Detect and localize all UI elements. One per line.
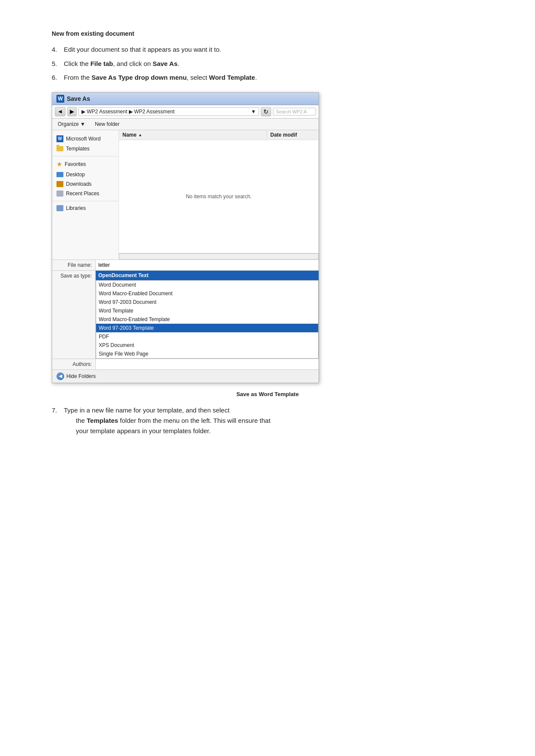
dropdown-option-word-template[interactable]: Word Template — [96, 306, 318, 315]
empty-message: No items match your search. — [186, 194, 252, 200]
dialog-titlebar: W Save As — [52, 93, 319, 105]
left-item-desktop[interactable]: Desktop — [52, 170, 119, 179]
right-panel: Name ▲ Date modif No items match your se… — [119, 130, 319, 259]
step-7-line3: your template appears in your templates … — [76, 427, 211, 434]
save-as-type-row: Save as type: OpenDocument Text Word Doc… — [52, 271, 319, 359]
col-date-label: Date modif — [270, 132, 297, 138]
dropdown-option-word-97-doc[interactable]: Word 97-2003 Document — [96, 298, 318, 306]
dialog-actions: ◀ Hide Folders — [52, 369, 319, 383]
steps-list: 4. Edit your document so that it appears… — [52, 45, 483, 83]
downloads-label: Downloads — [66, 181, 91, 187]
organize-button[interactable]: Organize ▼ — [56, 120, 88, 128]
hide-folders-button[interactable]: ◀ Hide Folders — [56, 372, 96, 380]
step-5-text: Click the File tab, and click on Save As… — [64, 59, 483, 69]
left-item-microsoft-word[interactable]: W Microsoft Word — [52, 134, 119, 144]
file-name-label: File name: — [52, 260, 95, 270]
dropdown-option-word-doc[interactable]: Word Document — [96, 281, 318, 289]
left-item-libraries[interactable]: Libraries — [52, 203, 119, 213]
scroll-area — [119, 253, 319, 259]
step-7-line1: Type in a new file name for your templat… — [64, 406, 229, 414]
step-7-indent: the Templates folder from the menu on th… — [76, 415, 270, 436]
dropdown-option-single-file[interactable]: Single File Web Page — [96, 350, 318, 358]
step-7-templates-bold: Templates — [87, 417, 118, 424]
file-name-input[interactable] — [95, 260, 319, 270]
col-name-label: Name — [122, 132, 137, 138]
left-divider-1 — [52, 156, 119, 156]
organize-label: Organize ▼ — [58, 121, 85, 127]
dialog-fields: File name: Save as type: OpenDocument Te… — [52, 259, 319, 383]
step-4-num: 4. — [52, 45, 64, 55]
left-section-libraries: Libraries — [52, 203, 119, 213]
search-box[interactable]: Search WP2 A — [273, 108, 316, 116]
left-divider-2 — [52, 201, 119, 201]
dialog-wrapper: W Save As ◄ ▶ ▶ WP2 Assessment ▶ WP2 Ass… — [52, 92, 483, 383]
save-as-dialog: W Save As ◄ ▶ ▶ WP2 Assessment ▶ WP2 Ass… — [52, 92, 319, 383]
file-name-row: File name: — [52, 260, 319, 271]
left-section-favorites: ★ Favorites Desktop Downloads Recent Pla… — [52, 159, 119, 198]
favorites-icon: ★ — [56, 160, 62, 168]
dropdown-option-xps[interactable]: XPS Document — [96, 341, 318, 350]
dialog-caption: Save as Word Template — [52, 391, 483, 397]
step-7: 7. Type in a new file name for your temp… — [52, 405, 483, 436]
step-4-text: Edit your document so that it appears as… — [64, 45, 483, 55]
sort-up-icon: ▲ — [138, 133, 142, 137]
save-as-type-label: Save as type: — [52, 271, 95, 281]
left-panel: W Microsoft Word Templates ★ Favorites — [52, 130, 119, 259]
horizontal-scrollbar[interactable] — [119, 253, 319, 259]
section-heading: New from existing document — [52, 30, 483, 37]
file-list-body: No items match your search. — [119, 140, 319, 253]
left-item-templates[interactable]: Templates — [52, 144, 119, 153]
step-6-text: From the Save As Type drop down menu, se… — [64, 73, 483, 83]
dialog-body: W Microsoft Word Templates ★ Favorites — [52, 130, 319, 259]
search-placeholder: Search WP2 A — [276, 109, 307, 114]
step-7-num: 7. — [52, 405, 64, 436]
microsoft-word-label: Microsoft Word — [66, 136, 100, 142]
col-date-header[interactable]: Date modif — [267, 130, 319, 140]
forward-button[interactable]: ▶ — [67, 107, 77, 116]
col-name-header[interactable]: Name ▲ — [119, 130, 267, 140]
dropdown-selected-value[interactable]: OpenDocument Text — [96, 271, 319, 280]
address-path: ▶ WP2 Assessment ▶ WP2 Assessment ▼ — [78, 107, 259, 116]
microsoft-word-icon: W — [56, 135, 63, 142]
desktop-label: Desktop — [66, 172, 85, 178]
new-folder-button[interactable]: New folder — [93, 120, 122, 128]
address-dropdown-arrow[interactable]: ▼ — [251, 109, 256, 115]
libraries-label: Libraries — [66, 205, 86, 211]
left-item-favorites[interactable]: ★ Favorites — [52, 159, 119, 170]
left-section-word: W Microsoft Word Templates — [52, 134, 119, 153]
dropdown-option-word-macro-template[interactable]: Word Macro-Enabled Template — [96, 315, 318, 324]
libraries-icon — [56, 205, 63, 211]
step-7-line2: folder from the menu on the left. This w… — [118, 417, 270, 424]
authors-label: Authors: — [52, 359, 95, 369]
recent-places-label: Recent Places — [66, 191, 99, 197]
templates-label: Templates — [66, 146, 90, 152]
authors-row: Authors: — [52, 359, 319, 369]
refresh-button[interactable]: ↻ — [261, 107, 271, 116]
address-bar[interactable]: ◄ ▶ ▶ WP2 Assessment ▶ WP2 Assessment ▼ … — [52, 105, 319, 119]
step-6-num: 6. — [52, 73, 64, 83]
hide-folders-circle-icon: ◀ — [56, 372, 64, 380]
step-7-content: Type in a new file name for your templat… — [64, 405, 270, 436]
address-path-text: ▶ WP2 Assessment ▶ WP2 Assessment — [81, 109, 175, 115]
desktop-icon — [56, 172, 63, 177]
save-as-type-dropdown[interactable]: OpenDocument Text Word Document Word Mac… — [95, 271, 319, 359]
left-item-recent-places[interactable]: Recent Places — [52, 189, 119, 198]
step-4: 4. Edit your document so that it appears… — [52, 45, 483, 55]
favorites-label: Favorites — [65, 161, 86, 167]
recent-places-icon — [56, 191, 63, 197]
word-icon: W — [56, 95, 64, 103]
dropdown-options-list: Word Document Word Macro-Enabled Documen… — [96, 280, 319, 359]
authors-input[interactable] — [95, 359, 319, 369]
new-folder-label: New folder — [95, 121, 119, 127]
file-list-header: Name ▲ Date modif — [119, 130, 319, 140]
dropdown-option-pdf[interactable]: PDF — [96, 332, 318, 341]
dropdown-option-word-macro[interactable]: Word Macro-Enabled Document — [96, 289, 318, 298]
step-5: 5. Click the File tab, and click on Save… — [52, 59, 483, 69]
downloads-icon — [56, 181, 63, 187]
step-6: 6. From the Save As Type drop down menu,… — [52, 73, 483, 83]
back-button[interactable]: ◄ — [55, 107, 66, 116]
dropdown-option-word-97-template[interactable]: Word 97-2003 Template — [96, 324, 318, 332]
dialog-title: Save As — [67, 95, 90, 102]
left-item-downloads[interactable]: Downloads — [52, 179, 119, 189]
step-5-num: 5. — [52, 59, 64, 69]
